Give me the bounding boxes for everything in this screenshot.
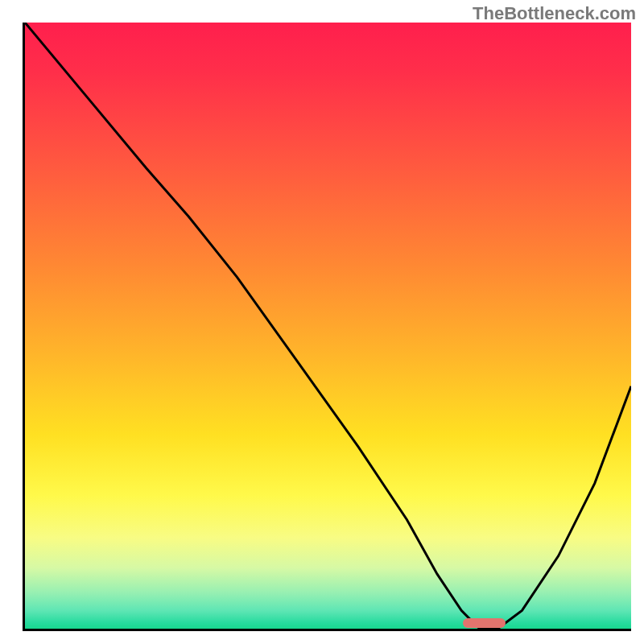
- bottleneck-curve-path: [25, 23, 631, 629]
- curve-svg: [25, 23, 631, 629]
- optimal-range-marker: [463, 618, 506, 628]
- attribution-text: TheBottleneck.com: [473, 3, 636, 24]
- plot-area: [23, 23, 631, 631]
